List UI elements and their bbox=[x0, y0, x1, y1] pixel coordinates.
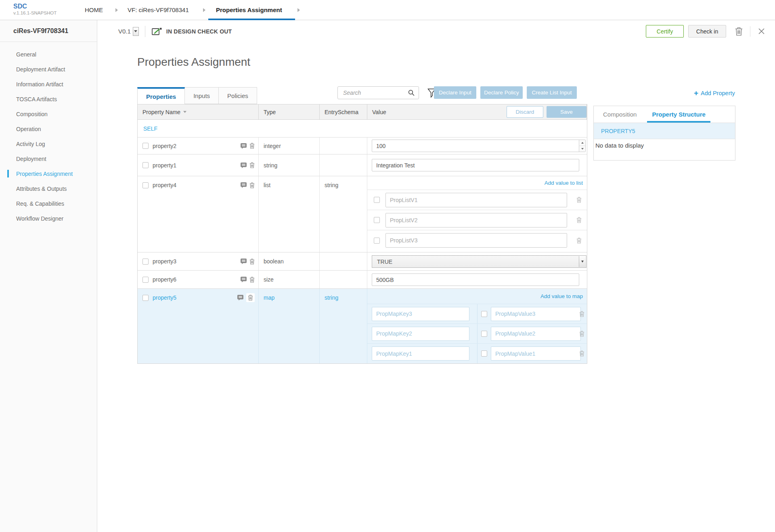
sidebar-item-label: Properties Assignment bbox=[16, 171, 73, 177]
check-in-button[interactable]: Check in bbox=[688, 25, 726, 38]
row-checkbox[interactable] bbox=[142, 277, 149, 283]
sidebar-item-tosca-artifacts[interactable]: TOSCA Artifacts bbox=[0, 92, 97, 106]
breadcrumb-home[interactable]: HOME bbox=[85, 0, 103, 20]
group-row-self[interactable]: SELF bbox=[138, 120, 587, 138]
map-key-input[interactable] bbox=[372, 327, 469, 341]
tab-properties[interactable]: Properties bbox=[137, 87, 185, 104]
version-dropdown-icon[interactable] bbox=[133, 27, 139, 36]
discard-button[interactable]: Discard bbox=[507, 106, 543, 118]
map-value-input[interactable] bbox=[491, 307, 581, 321]
delete-property-icon[interactable] bbox=[246, 293, 255, 302]
row-checkbox[interactable] bbox=[142, 259, 149, 265]
add-value-to-map-link[interactable]: Add value to map bbox=[367, 289, 587, 304]
add-value-to-list-link[interactable]: Add value to list bbox=[367, 176, 587, 190]
comment-icon[interactable] bbox=[241, 143, 247, 149]
row-checkbox[interactable] bbox=[142, 162, 149, 168]
list-item-input[interactable] bbox=[385, 193, 567, 207]
comment-icon[interactable] bbox=[237, 295, 243, 300]
map-key-input[interactable] bbox=[372, 346, 469, 361]
value-number-field bbox=[372, 140, 586, 152]
delete-map-item-icon[interactable] bbox=[579, 350, 584, 357]
breadcrumb-arrow-icon bbox=[115, 8, 118, 12]
sidebar-item-composition[interactable]: Composition bbox=[0, 106, 97, 121]
value-input[interactable] bbox=[372, 273, 579, 286]
close-icon[interactable] bbox=[758, 28, 765, 34]
delete-version-icon[interactable] bbox=[735, 27, 743, 36]
tab-inputs[interactable]: Inputs bbox=[185, 87, 219, 104]
delete-list-item-icon[interactable] bbox=[576, 238, 582, 244]
list-value-row bbox=[367, 210, 587, 230]
selected-property-item[interactable]: PROPERTY5 bbox=[594, 123, 735, 139]
sdc-logo[interactable]: SDC v.1.16.1-SNAPSHOT bbox=[13, 3, 57, 16]
tab-policies[interactable]: Policies bbox=[219, 87, 257, 104]
delete-property-icon[interactable] bbox=[249, 162, 255, 168]
map-item-checkbox[interactable] bbox=[481, 350, 487, 357]
sidebar-menu: General Deployment Artifact Information … bbox=[0, 42, 97, 226]
row-checkbox[interactable] bbox=[142, 143, 149, 149]
row-checkbox[interactable] bbox=[142, 182, 149, 188]
sidebar-item-general[interactable]: General bbox=[0, 47, 97, 62]
delete-property-icon[interactable] bbox=[249, 277, 255, 283]
sidebar-item-workflow-designer[interactable]: Workflow Designer bbox=[0, 211, 97, 226]
delete-property-icon[interactable] bbox=[249, 143, 255, 149]
save-button[interactable]: Save bbox=[547, 106, 586, 118]
empty-state-message: No data to display bbox=[594, 139, 735, 160]
spinner-down-icon[interactable] bbox=[579, 146, 585, 152]
comment-icon[interactable] bbox=[241, 182, 247, 188]
column-header-entryschema: EntrySchema bbox=[320, 104, 367, 119]
delete-list-item-icon[interactable] bbox=[576, 197, 582, 203]
add-property-button[interactable]: + Add Property bbox=[694, 89, 735, 97]
sidebar-item-req-capabilities[interactable]: Req. & Capabilities bbox=[0, 196, 97, 211]
row-checkbox[interactable] bbox=[142, 295, 149, 301]
value-input[interactable] bbox=[372, 159, 579, 171]
comment-icon[interactable] bbox=[241, 163, 247, 168]
value-select[interactable]: TRUE bbox=[372, 255, 586, 268]
column-header-property-name[interactable]: Property Name bbox=[138, 104, 259, 119]
property-detail-panel: Composition Property Structure PROPERTY5… bbox=[593, 106, 735, 161]
list-item-checkbox[interactable] bbox=[374, 217, 380, 223]
main-area: V0.1 IN DESIGN CHECK OUT Certify Check i… bbox=[97, 20, 775, 532]
delete-map-item-icon[interactable] bbox=[579, 311, 584, 317]
map-value-input[interactable] bbox=[491, 327, 581, 341]
sidebar-item-deployment[interactable]: Deployment bbox=[0, 151, 97, 166]
search-input[interactable] bbox=[342, 89, 408, 96]
certify-button[interactable]: Certify bbox=[646, 25, 684, 38]
sidebar-item-attributes-outputs[interactable]: Attributes & Outputs bbox=[0, 181, 97, 196]
map-key-input[interactable] bbox=[372, 307, 469, 321]
breadcrumb-vf[interactable]: VF: ciRes-VF9f708341 bbox=[128, 0, 189, 20]
delete-list-item-icon[interactable] bbox=[576, 217, 582, 223]
comment-icon[interactable] bbox=[241, 277, 247, 282]
declare-policy-button[interactable]: Declare Policy bbox=[480, 86, 523, 99]
create-list-input-button[interactable]: Create List Input bbox=[527, 86, 577, 99]
list-item-checkbox[interactable] bbox=[374, 238, 380, 244]
delete-map-item-icon[interactable] bbox=[579, 331, 584, 337]
lifecycle-status: IN DESIGN CHECK OUT bbox=[166, 28, 232, 35]
map-value-input[interactable] bbox=[491, 346, 581, 361]
map-item-checkbox[interactable] bbox=[481, 331, 487, 337]
list-item-checkbox[interactable] bbox=[374, 197, 380, 203]
value-input[interactable] bbox=[372, 140, 586, 152]
list-item-input[interactable] bbox=[385, 213, 567, 227]
declare-input-button[interactable]: Declare Input bbox=[434, 86, 476, 99]
properties-table: Property Name Type EntrySchema Value Dis… bbox=[137, 104, 587, 364]
sidebar-item-information-artifact[interactable]: Information Artifact bbox=[0, 77, 97, 92]
map-value-row bbox=[367, 324, 587, 344]
tab-property-structure[interactable]: Property Structure bbox=[652, 106, 706, 123]
sidebar-item-properties-assignment[interactable]: Properties Assignment bbox=[0, 166, 97, 181]
comment-icon[interactable] bbox=[241, 259, 247, 264]
list-item-input[interactable] bbox=[385, 233, 567, 248]
spinner-up-icon[interactable] bbox=[579, 140, 585, 146]
property-name: property4 bbox=[153, 182, 176, 188]
version-select[interactable]: V0.1 bbox=[118, 27, 139, 36]
map-item-checkbox[interactable] bbox=[481, 311, 487, 317]
logo-name: SDC bbox=[13, 3, 57, 10]
breadcrumb-current[interactable]: Properties Assignment bbox=[216, 0, 282, 20]
tab-composition[interactable]: Composition bbox=[603, 106, 637, 123]
sidebar-item-operation[interactable]: Operation bbox=[0, 121, 97, 136]
delete-property-icon[interactable] bbox=[249, 182, 255, 188]
search-icon[interactable] bbox=[408, 90, 415, 96]
sidebar-item-deployment-artifact[interactable]: Deployment Artifact bbox=[0, 62, 97, 77]
sidebar-item-activity-log[interactable]: Activity Log bbox=[0, 136, 97, 151]
delete-property-icon[interactable] bbox=[249, 259, 255, 265]
lifecycle-toolbar: V0.1 IN DESIGN CHECK OUT Certify Check i… bbox=[97, 20, 775, 42]
